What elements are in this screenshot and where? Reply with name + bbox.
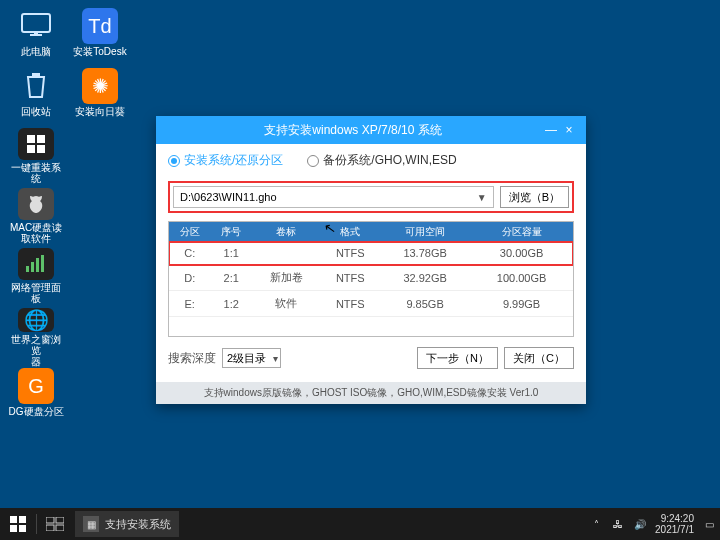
image-path-value: D:\0623\WIN11.gho bbox=[180, 191, 277, 203]
recycle-bin-label: 回收站 bbox=[21, 106, 51, 117]
table-cell: 32.92GB bbox=[380, 265, 470, 291]
table-cell: 13.78GB bbox=[380, 242, 470, 265]
th-volume: 卷标 bbox=[252, 222, 320, 242]
search-depth-value: 2级目录 bbox=[227, 351, 266, 366]
search-depth-select[interactable]: 2级目录 bbox=[222, 348, 281, 368]
table-cell: 2:1 bbox=[210, 265, 251, 291]
system-tray: ˄ 🖧 🔊 9:24:20 2021/7/1 ▭ bbox=[589, 513, 716, 535]
mode-radio-group: 安装系统/还原分区 备份系统/GHO,WIN,ESD bbox=[168, 152, 574, 169]
radio-install-label: 安装系统/还原分区 bbox=[184, 152, 283, 169]
tray-time: 9:24:20 bbox=[655, 513, 694, 524]
recycle-bin-icon[interactable]: 回收站 bbox=[8, 68, 64, 124]
table-row[interactable]: E:1:2软件NTFS9.85GB9.99GB bbox=[169, 291, 573, 317]
table-row[interactable]: D:2:1新加卷NTFS32.92GB100.00GB bbox=[169, 265, 573, 291]
svg-rect-7 bbox=[37, 145, 45, 153]
browser-label: 世界之窗浏览 器 bbox=[8, 334, 64, 367]
svg-rect-4 bbox=[27, 135, 35, 143]
start-button[interactable] bbox=[4, 512, 32, 536]
reinstall-label: 一键重装系统 bbox=[8, 162, 64, 184]
svg-rect-13 bbox=[19, 516, 26, 523]
svg-rect-2 bbox=[34, 32, 38, 35]
partition-table: 分区 序号 卷标 格式 可用空间 分区容量 C:1:1NTFS13.78GB30… bbox=[168, 221, 574, 337]
close-button[interactable]: × bbox=[560, 123, 578, 137]
svg-rect-15 bbox=[19, 525, 26, 532]
table-cell: NTFS bbox=[320, 242, 380, 265]
tray-date: 2021/7/1 bbox=[655, 524, 694, 535]
svg-rect-16 bbox=[46, 517, 54, 523]
close-dialog-button[interactable]: 关闭（C） bbox=[504, 347, 574, 369]
th-partition: 分区 bbox=[169, 222, 210, 242]
th-index: 序号 bbox=[210, 222, 251, 242]
table-cell: 1:2 bbox=[210, 291, 251, 317]
radio-dot-icon bbox=[307, 155, 319, 167]
network-panel-label: 网络管理面板 bbox=[8, 282, 64, 304]
network-panel-icon[interactable]: 网络管理面板 bbox=[8, 248, 64, 304]
image-path-combo[interactable]: D:\0623\WIN11.gho ▼ bbox=[173, 186, 494, 208]
next-button[interactable]: 下一步（N） bbox=[417, 347, 498, 369]
image-path-row: D:\0623\WIN11.gho ▼ 浏览（B） bbox=[168, 181, 574, 213]
svg-rect-19 bbox=[56, 525, 64, 531]
sunflower-icon[interactable]: ✺ 安装向日葵 bbox=[72, 68, 128, 124]
svg-rect-17 bbox=[56, 517, 64, 523]
minimize-button[interactable]: — bbox=[542, 123, 560, 137]
dialog-footer: 支持windows原版镜像，GHOST ISO镜像，GHO,WIM,ESD镜像安… bbox=[156, 382, 586, 404]
this-pc-icon[interactable]: 此电脑 bbox=[8, 8, 64, 64]
table-cell: 9.99GB bbox=[470, 291, 573, 317]
browser-icon[interactable]: 🌐 世界之窗浏览 器 bbox=[8, 308, 64, 364]
dialog-title: 支持安装windows XP/7/8/10 系统 bbox=[164, 122, 542, 139]
browse-button[interactable]: 浏览（B） bbox=[500, 186, 569, 208]
table-header-row: 分区 序号 卷标 格式 可用空间 分区容量 bbox=[169, 222, 573, 242]
todesk-label: 安装ToDesk bbox=[73, 46, 126, 57]
mac-disk-icon[interactable]: MAC硬盘读 取软件 bbox=[8, 188, 64, 244]
svg-rect-10 bbox=[36, 258, 39, 272]
radio-backup-label: 备份系统/GHO,WIN,ESD bbox=[323, 152, 456, 169]
table-cell: D: bbox=[169, 265, 210, 291]
table-cell: NTFS bbox=[320, 291, 380, 317]
radio-dot-icon bbox=[168, 155, 180, 167]
svg-rect-5 bbox=[37, 135, 45, 143]
todesk-icon[interactable]: Td 安装ToDesk bbox=[72, 8, 128, 64]
tray-notifications-icon[interactable]: ▭ bbox=[702, 517, 716, 531]
radio-install[interactable]: 安装系统/还原分区 bbox=[168, 152, 283, 169]
table-cell: NTFS bbox=[320, 265, 380, 291]
svg-rect-18 bbox=[46, 525, 54, 531]
th-format: 格式 bbox=[320, 222, 380, 242]
taskbar-app-button[interactable]: ▦ 支持安装系统 bbox=[75, 511, 179, 537]
reinstall-icon[interactable]: 一键重装系统 bbox=[8, 128, 64, 184]
radio-backup[interactable]: 备份系统/GHO,WIN,ESD bbox=[307, 152, 456, 169]
table-cell: 1:1 bbox=[210, 242, 251, 265]
dialog-actions: 搜索深度 2级目录 下一步（N） 关闭（C） bbox=[168, 341, 574, 375]
table-cell: 新加卷 bbox=[252, 265, 320, 291]
svg-rect-12 bbox=[10, 516, 17, 523]
table-cell: 100.00GB bbox=[470, 265, 573, 291]
dg-partition-icon[interactable]: G DG硬盘分区 bbox=[8, 368, 64, 424]
svg-rect-6 bbox=[27, 145, 35, 153]
svg-rect-3 bbox=[32, 73, 40, 76]
table-cell: 30.00GB bbox=[470, 242, 573, 265]
th-free: 可用空间 bbox=[380, 222, 470, 242]
titlebar[interactable]: 支持安装windows XP/7/8/10 系统 — × bbox=[156, 116, 586, 144]
taskbar: ▦ 支持安装系统 ˄ 🖧 🔊 9:24:20 2021/7/1 ▭ bbox=[0, 508, 720, 540]
table-cell: E: bbox=[169, 291, 210, 317]
dg-partition-label: DG硬盘分区 bbox=[9, 406, 64, 417]
tray-chevron-icon[interactable]: ˄ bbox=[589, 517, 603, 531]
taskbar-divider bbox=[36, 514, 37, 534]
svg-rect-8 bbox=[26, 266, 29, 272]
svg-rect-0 bbox=[22, 14, 50, 32]
this-pc-label: 此电脑 bbox=[21, 46, 51, 57]
taskbar-app-icon: ▦ bbox=[83, 516, 99, 532]
mac-disk-label: MAC硬盘读 取软件 bbox=[10, 222, 62, 244]
tray-clock[interactable]: 9:24:20 2021/7/1 bbox=[655, 513, 694, 535]
tray-network-icon[interactable]: 🖧 bbox=[611, 517, 625, 531]
th-size: 分区容量 bbox=[470, 222, 573, 242]
table-cell: 9.85GB bbox=[380, 291, 470, 317]
tray-volume-icon[interactable]: 🔊 bbox=[633, 517, 647, 531]
search-depth-label: 搜索深度 bbox=[168, 350, 216, 367]
table-cell bbox=[252, 242, 320, 265]
table-row[interactable]: C:1:1NTFS13.78GB30.00GB bbox=[169, 242, 573, 265]
desktop-icons: 此电脑 Td 安装ToDesk 回收站 ✺ 安装向日葵 一键重装系统 MAC硬盘… bbox=[8, 8, 128, 424]
chevron-down-icon[interactable]: ▼ bbox=[477, 192, 487, 203]
taskbar-app-label: 支持安装系统 bbox=[105, 517, 171, 532]
svg-rect-11 bbox=[41, 255, 44, 272]
task-view-button[interactable] bbox=[41, 512, 69, 536]
